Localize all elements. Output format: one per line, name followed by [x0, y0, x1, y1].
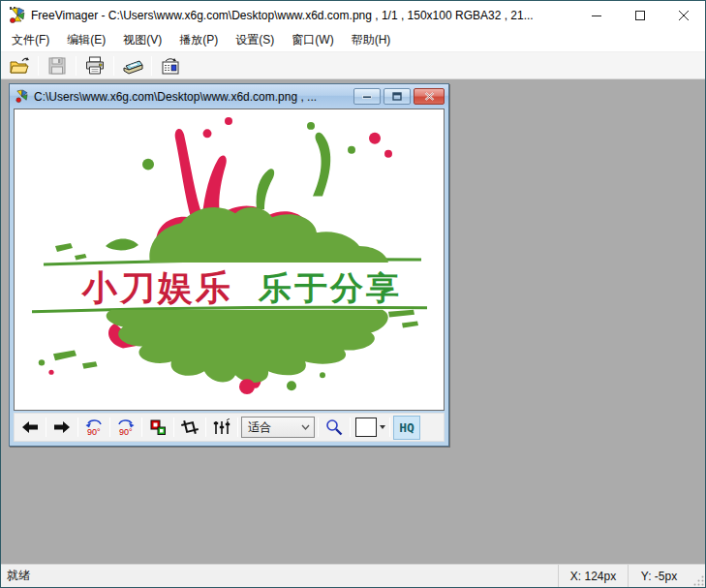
menu-item-edit[interactable]: 编辑(E) [58, 29, 114, 51]
next-image-button[interactable] [49, 416, 75, 439]
logo-text-green: 乐于分享 [258, 269, 402, 306]
toolbar-separator [389, 418, 390, 437]
batch-convert-icon [161, 57, 180, 75]
rotate-left-button[interactable]: 90° [81, 416, 107, 439]
status-y-coordinate: Y: -5px [628, 565, 690, 587]
color-adjust-icon [149, 418, 167, 436]
toolbar-separator [77, 418, 78, 437]
child-window-titlebar[interactable]: C:\Users\www.x6g.com\Desktop\www.x6d.com… [10, 84, 448, 108]
rotate-left-90-icon: 90° [82, 417, 106, 438]
resize-grip[interactable] [690, 565, 705, 587]
child-window-title: C:\Users\www.x6g.com\Desktop\www.x6d.com… [34, 90, 351, 104]
toolbar-separator [141, 418, 142, 437]
rotate-right-button[interactable]: 90° [113, 416, 138, 439]
close-icon [678, 10, 690, 21]
logo-text-red: 小刀娱乐 [80, 268, 233, 307]
toolbar-separator [76, 56, 77, 76]
toolbar-separator [237, 418, 238, 437]
toolbar-separator [46, 418, 46, 437]
toolbar-separator [38, 56, 39, 76]
image-toolbar: 90° 90° [14, 413, 445, 442]
mdi-workspace: C:\Users\www.x6g.com\Desktop\www.x6d.com… [1, 79, 705, 564]
scan-button[interactable] [118, 54, 147, 77]
hq-toggle-button[interactable]: HQ [393, 416, 420, 440]
status-ready-text: 就绪 [1, 568, 558, 584]
zoom-mode-value: 适合 [248, 419, 301, 436]
child-close-button[interactable] [414, 88, 445, 105]
toolbar-separator [318, 418, 319, 437]
window-title: FreeVimager - C:\Users\www.x6g.com\Deskt… [31, 9, 574, 22]
prev-arrow-icon [21, 420, 39, 434]
rotate-right-90-icon: 90° [114, 417, 138, 438]
zoom-button[interactable] [322, 416, 347, 439]
toolbar-separator [205, 418, 206, 437]
image-child-window: C:\Users\www.x6g.com\Desktop\www.x6d.com… [9, 83, 449, 447]
levels-button[interactable] [209, 416, 234, 439]
color-adjust-button[interactable] [145, 416, 170, 439]
close-button[interactable] [661, 1, 705, 29]
menu-item-view[interactable]: 视图(V) [114, 29, 170, 51]
toolbar-separator [350, 418, 351, 437]
image-viewport[interactable]: 小刀娱乐 乐于分享 [14, 108, 445, 411]
window-titlebar[interactable]: FreeVimager - C:\Users\www.x6g.com\Deskt… [1, 1, 705, 29]
menubar: 文件(F) 编辑(E) 视图(V) 播放(P) 设置(S) 窗口(W) 帮助(H… [1, 29, 705, 52]
print-button[interactable] [80, 54, 109, 77]
menu-item-file[interactable]: 文件(F) [3, 29, 58, 51]
menu-item-play[interactable]: 播放(P) [170, 29, 227, 51]
background-color-dropdown-icon [380, 425, 385, 429]
magnifier-icon [324, 418, 344, 437]
chevron-down-icon [301, 424, 310, 430]
child-restore-button[interactable] [384, 88, 411, 105]
main-toolbar [1, 52, 705, 79]
zoom-mode-select[interactable]: 适合 [241, 417, 315, 438]
menu-item-window[interactable]: 窗口(W) [283, 29, 342, 51]
menu-item-help[interactable]: 帮助(H) [343, 29, 400, 51]
minimize-button[interactable] [574, 1, 618, 29]
child-minimize-button[interactable] [353, 88, 381, 105]
resize-grip-icon [691, 573, 705, 587]
maximize-button[interactable] [618, 1, 661, 29]
child-close-icon [424, 92, 435, 101]
toolbar-separator [113, 56, 114, 76]
splat-logo-image: 小刀娱乐 乐于分享 [15, 109, 444, 410]
app-icon [9, 7, 26, 24]
freevimager-window: FreeVimager - C:\Users\www.x6g.com\Deskt… [0, 0, 706, 588]
minimize-icon [591, 10, 602, 21]
child-restore-icon [392, 92, 402, 101]
maximize-icon [634, 10, 646, 21]
background-color-swatch [355, 418, 377, 437]
child-minimize-icon [362, 93, 372, 101]
svg-text:90°: 90° [119, 427, 133, 437]
open-icon [9, 56, 30, 76]
statusbar: 就绪 X: 124px Y: -5px [1, 564, 705, 587]
levels-icon [212, 418, 231, 436]
toolbar-separator [151, 56, 152, 76]
background-color-button[interactable] [353, 416, 386, 439]
prev-image-button[interactable] [17, 416, 43, 439]
status-x-coordinate: X: 124px [558, 565, 628, 587]
crop-button[interactable] [177, 416, 202, 439]
crop-icon [180, 418, 200, 437]
batch-convert-button[interactable] [156, 54, 185, 77]
save-icon [48, 57, 66, 75]
print-icon [85, 56, 105, 75]
open-button[interactable] [5, 54, 34, 77]
scan-icon [122, 57, 143, 75]
svg-text:90°: 90° [87, 427, 101, 437]
child-window-body: 小刀娱乐 乐于分享 [10, 108, 448, 446]
toolbar-separator [109, 418, 110, 437]
green-mound [149, 207, 388, 263]
next-arrow-icon [53, 420, 71, 434]
green-splash-bottom [39, 310, 418, 394]
save-button[interactable] [43, 54, 72, 77]
menu-item-settings[interactable]: 设置(S) [227, 29, 283, 51]
child-window-icon [15, 89, 29, 104]
toolbar-separator [173, 418, 174, 437]
